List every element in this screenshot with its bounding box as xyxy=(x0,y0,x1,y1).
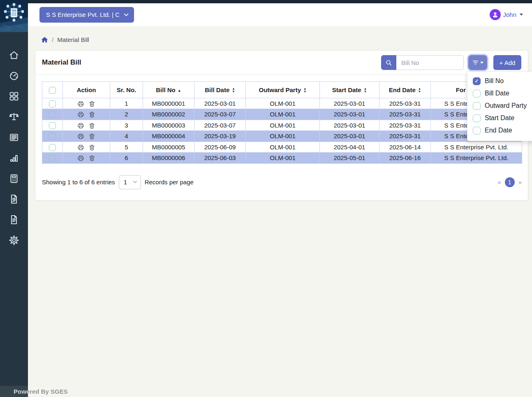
search-input[interactable] xyxy=(396,55,464,70)
row-checkbox[interactable] xyxy=(49,155,56,162)
table-row: 6MB00000062025-06-03OLM-0012025-05-01202… xyxy=(42,153,522,164)
company-select[interactable]: S S Enterprise Pvt. Ltd. | Cor xyxy=(39,7,134,23)
sort-icon: ▲▼ xyxy=(364,88,367,93)
breadcrumb-separator: / xyxy=(52,36,53,43)
column-label: Sr. No. xyxy=(117,86,136,93)
sidebar-item-report-file[interactable] xyxy=(0,195,28,205)
checked-checkbox-icon[interactable] xyxy=(473,77,481,85)
column-label: Bill No xyxy=(156,86,176,93)
column-label: Outward Party xyxy=(259,86,301,93)
row-checkbox[interactable] xyxy=(49,144,56,151)
records-per-page-select[interactable]: 1 xyxy=(119,175,141,189)
company-select-value: S S Enterprise Pvt. Ltd. | Cor xyxy=(46,11,119,18)
sort-asc-icon: ▲ xyxy=(178,88,181,93)
filter-option-bill-date[interactable]: Bill Date xyxy=(473,87,532,100)
row-select-cell xyxy=(42,131,63,142)
header-cell-bill-date[interactable]: Bill Date▲▼ xyxy=(194,82,246,98)
cell-bill-date: 2025-03-19 xyxy=(194,131,246,142)
cell-end-date: 2025-03-31 xyxy=(379,131,431,142)
sidebar-item-dashboard[interactable] xyxy=(0,71,28,82)
unchecked-checkbox-icon[interactable] xyxy=(473,114,481,122)
breadcrumb-current: Material Bill xyxy=(57,36,89,43)
delete-button[interactable] xyxy=(88,100,95,107)
cell-outward-party: OLM-001 xyxy=(246,142,320,153)
row-checkbox[interactable] xyxy=(49,122,56,129)
app-logo-image[interactable] xyxy=(0,0,28,32)
search-button[interactable] xyxy=(381,55,396,70)
cell-sr-no: 1 xyxy=(110,98,143,109)
print-button[interactable] xyxy=(77,122,84,129)
header-cell-sr-no-[interactable]: Sr. No. xyxy=(110,82,143,98)
delete-button[interactable] xyxy=(88,111,95,118)
row-actions-cell xyxy=(63,120,110,131)
header-cell-action[interactable]: Action xyxy=(63,82,110,98)
calculator-icon xyxy=(9,173,19,186)
select-all-checkbox[interactable] xyxy=(49,87,56,94)
print-button[interactable] xyxy=(77,100,84,107)
table-row: 2MB00000022025-03-07OLM-0012025-03-01202… xyxy=(42,109,522,120)
cell-start-date: 2025-05-01 xyxy=(320,153,379,164)
search-icon xyxy=(385,59,393,67)
column-label: End Date xyxy=(389,86,416,93)
cell-sr-no: 6 xyxy=(110,153,143,164)
cell-for-company: S S Enterprise Pvt. Ltd. xyxy=(431,142,522,153)
cell-for-company: S S Enterprise Pvt. Ltd. xyxy=(431,153,522,164)
cell-bill-date: 2025-03-01 xyxy=(194,98,246,109)
pagination-bar: Showing 1 to 6 of 6 entries 1 Records pe… xyxy=(42,175,522,189)
print-button[interactable] xyxy=(77,155,84,162)
delete-button[interactable] xyxy=(88,133,95,140)
cell-bill-no: MB0000005 xyxy=(143,142,194,153)
sidebar-item-ledger[interactable] xyxy=(0,133,28,144)
row-checkbox[interactable] xyxy=(49,133,56,140)
row-checkbox[interactable] xyxy=(49,100,56,107)
user-menu[interactable]: John xyxy=(490,9,523,20)
column-label: Bill Date xyxy=(205,86,229,93)
sidebar-item-balance-scale[interactable] xyxy=(0,112,28,123)
pagination-summary: Showing 1 to 6 of 6 entries xyxy=(42,179,115,186)
header-cell-bill-no[interactable]: Bill No▲ xyxy=(143,82,194,98)
chevron-down-icon xyxy=(133,181,137,183)
table-header-row: ActionSr. No.Bill No▲Bill Date▲▼Outward … xyxy=(42,82,522,98)
apps-grid-icon xyxy=(9,91,19,103)
filter-option-end-date[interactable]: End Date xyxy=(473,124,532,137)
unchecked-checkbox-icon[interactable] xyxy=(473,90,481,98)
search-group xyxy=(381,55,464,70)
cell-sr-no: 4 xyxy=(110,131,143,142)
user-name: John xyxy=(503,11,516,18)
filter-option-start-date[interactable]: Start Date xyxy=(473,112,532,124)
sidebar-item-document[interactable] xyxy=(0,215,28,226)
column-label: For xyxy=(456,86,466,93)
cell-start-date: 2025-03-01 xyxy=(320,120,379,131)
delete-button[interactable] xyxy=(88,122,95,129)
filter-option-bill-no[interactable]: Bill No xyxy=(473,75,532,87)
delete-button[interactable] xyxy=(88,155,95,162)
filter-button[interactable] xyxy=(468,55,487,70)
next-page-button[interactable]: » xyxy=(518,179,522,186)
row-checkbox[interactable] xyxy=(49,111,56,118)
sidebar xyxy=(0,0,28,397)
card-header: Material Bill + Add xyxy=(35,51,528,75)
home-icon[interactable] xyxy=(41,37,48,43)
print-button[interactable] xyxy=(77,111,84,118)
header-cell-end-date[interactable]: End Date▲▼ xyxy=(379,82,431,98)
header-cell-outward-party[interactable]: Outward Party▲▼ xyxy=(246,82,320,98)
unchecked-checkbox-icon[interactable] xyxy=(473,102,481,110)
filter-option-outward-party[interactable]: Outward Party xyxy=(473,100,532,112)
current-page-button[interactable]: 1 xyxy=(505,177,515,187)
settings-icon xyxy=(9,235,19,247)
unchecked-checkbox-icon[interactable] xyxy=(473,127,481,135)
chevron-down-icon xyxy=(124,13,129,16)
print-button[interactable] xyxy=(77,133,84,140)
table-body: 1MB00000012025-03-01OLM-0012025-03-01202… xyxy=(42,98,522,163)
sidebar-item-calculator[interactable] xyxy=(0,174,28,185)
print-button[interactable] xyxy=(77,144,84,151)
header-cell-start-date[interactable]: Start Date▲▼ xyxy=(320,82,379,98)
cell-bill-no: MB0000006 xyxy=(143,153,194,164)
sidebar-item-home[interactable] xyxy=(0,51,28,61)
sidebar-item-apps-grid[interactable] xyxy=(0,92,28,102)
delete-button[interactable] xyxy=(88,144,95,151)
previous-page-button[interactable]: « xyxy=(497,179,501,186)
sidebar-item-bar-chart[interactable] xyxy=(0,153,28,164)
sidebar-item-settings[interactable] xyxy=(0,236,28,246)
add-button[interactable]: + Add xyxy=(493,55,521,70)
